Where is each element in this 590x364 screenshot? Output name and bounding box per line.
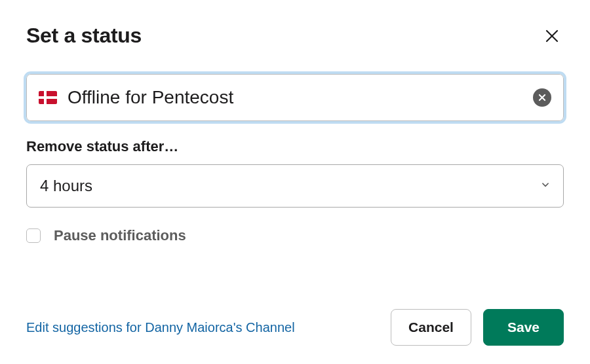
pause-notifications-checkbox[interactable] — [26, 228, 41, 243]
remove-after-select[interactable]: 4 hours — [26, 164, 564, 208]
save-button[interactable]: Save — [483, 309, 564, 346]
pause-notifications-label: Pause notifications — [54, 227, 186, 244]
pause-notifications-row: Pause notifications — [26, 227, 564, 244]
flag-denmark-icon — [39, 91, 57, 104]
clear-icon — [538, 93, 547, 102]
dialog-title: Set a status — [26, 24, 142, 48]
edit-suggestions-link[interactable]: Edit suggestions for Danny Maiorca's Cha… — [26, 320, 295, 335]
chevron-down-icon — [541, 180, 550, 192]
clear-status-button[interactable] — [533, 88, 551, 107]
dialog-header: Set a status — [26, 24, 564, 48]
button-group: Cancel Save — [391, 309, 564, 346]
cancel-button[interactable]: Cancel — [391, 309, 471, 346]
status-text-input[interactable] — [68, 87, 533, 108]
status-input-container — [26, 74, 564, 121]
dialog-footer: Edit suggestions for Danny Maiorca's Cha… — [26, 309, 564, 346]
close-button[interactable] — [540, 24, 564, 48]
remove-after-label: Remove status after… — [26, 138, 564, 155]
remove-after-value: 4 hours — [40, 177, 92, 195]
status-emoji-picker[interactable] — [39, 91, 57, 104]
close-icon — [544, 28, 560, 44]
